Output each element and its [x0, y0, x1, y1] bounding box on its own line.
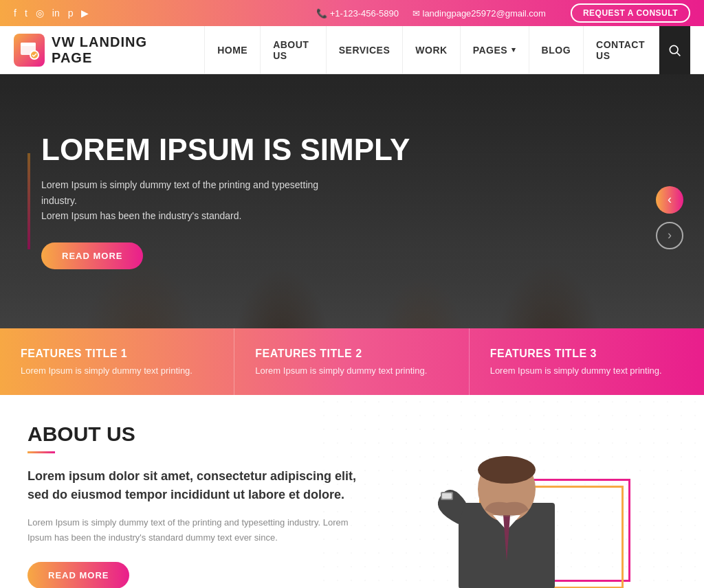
nav-links: HOME ABOUT US SERVICES WORK PAGES ▾ BLOG…: [204, 26, 659, 74]
feature-title-2: FEATURES TITLE 2: [255, 348, 448, 360]
top-bar-contact: 📞 +1-123-456-5890 ✉ landingpage25972@gma…: [316, 3, 690, 23]
feature-title-3: FEATURES TITLE 3: [490, 348, 683, 360]
feature-text-2: Lorem Ipsum is simply dummy text printin…: [255, 365, 448, 376]
svg-rect-1: [21, 43, 36, 46]
about-bold-text: Lorem ipsum dolor sit amet, consectetur …: [28, 467, 364, 504]
chevron-down-icon: ▾: [512, 45, 516, 54]
feature-item-3: FEATURES TITLE 3 Lorem Ipsum is simply d…: [470, 328, 704, 395]
svg-line-4: [677, 52, 681, 56]
instagram-icon[interactable]: ◎: [36, 8, 44, 19]
nav-contact[interactable]: CONTACT US: [584, 26, 659, 74]
nav-home[interactable]: HOME: [204, 26, 261, 74]
logo-icon: [14, 34, 45, 67]
about-underline: [28, 451, 55, 453]
nav-work[interactable]: WORK: [403, 26, 460, 74]
linkedin-icon[interactable]: in: [52, 8, 60, 19]
feature-title-1: FEATURES TITLE 1: [21, 348, 213, 360]
request-consult-button[interactable]: REQUEST A CONSULT: [571, 3, 690, 23]
feature-text-3: Lorem Ipsum is simply dummy text printin…: [490, 365, 683, 376]
email-label: ✉ landingpage25972@gmail.com: [412, 8, 546, 19]
nav-pages[interactable]: PAGES ▾: [461, 26, 529, 74]
person-silhouette: [438, 441, 575, 588]
pinterest-icon[interactable]: p: [68, 8, 74, 19]
about-right: [384, 422, 676, 588]
facebook-icon[interactable]: f: [14, 8, 16, 19]
hero-subtitle: Lorem Ipsum is simply dummy text of the …: [41, 177, 344, 223]
logo-text: VW LANDING PAGE: [52, 34, 184, 66]
hero-read-more-button[interactable]: READ MORE: [41, 242, 143, 269]
hero-next-button[interactable]: ›: [656, 222, 683, 249]
about-section: ABOUT US Lorem ipsum dolor sit amet, con…: [0, 395, 704, 588]
svg-rect-11: [442, 493, 452, 499]
feature-item-2: FEATURES TITLE 2 Lorem Ipsum is simply d…: [234, 328, 469, 395]
about-person-image: [431, 444, 630, 588]
search-button[interactable]: [659, 26, 690, 74]
youtube-icon[interactable]: ▶: [81, 8, 89, 19]
hero-title: LOREM IPSUM IS SIMPLY: [41, 133, 663, 166]
hero-section: LOREM IPSUM IS SIMPLY Lorem Ipsum is sim…: [0, 74, 704, 328]
nav-services[interactable]: SERVICES: [327, 26, 404, 74]
about-read-more-button[interactable]: READ MORE: [28, 562, 129, 588]
svg-point-7: [478, 456, 536, 484]
about-light-text: Lorem Ipsum is simply dummy text of the …: [28, 515, 364, 545]
social-icons: f t ◎ in p ▶: [14, 8, 89, 19]
hero-content: LOREM IPSUM IS SIMPLY Lorem Ipsum is sim…: [0, 74, 704, 328]
features-bar: FEATURES TITLE 1 Lorem Ipsum is simply d…: [0, 328, 704, 395]
svg-point-3: [670, 45, 679, 54]
phone-label: 📞 +1-123-456-5890: [316, 8, 399, 19]
feature-text-1: Lorem Ipsum is simply dummy text printin…: [21, 365, 213, 376]
feature-item-1: FEATURES TITLE 1 Lorem Ipsum is simply d…: [0, 328, 234, 395]
about-title: ABOUT US: [28, 422, 364, 446]
navbar: VW LANDING PAGE HOME ABOUT US SERVICES W…: [0, 26, 704, 74]
nav-about[interactable]: ABOUT US: [261, 26, 327, 74]
nav-blog[interactable]: BLOG: [529, 26, 584, 74]
twitter-icon[interactable]: t: [25, 8, 28, 19]
hero-prev-button[interactable]: ‹: [656, 186, 683, 214]
logo: VW LANDING PAGE: [14, 34, 184, 67]
top-bar: f t ◎ in p ▶ 📞 +1-123-456-5890 ✉ landing…: [0, 0, 704, 26]
